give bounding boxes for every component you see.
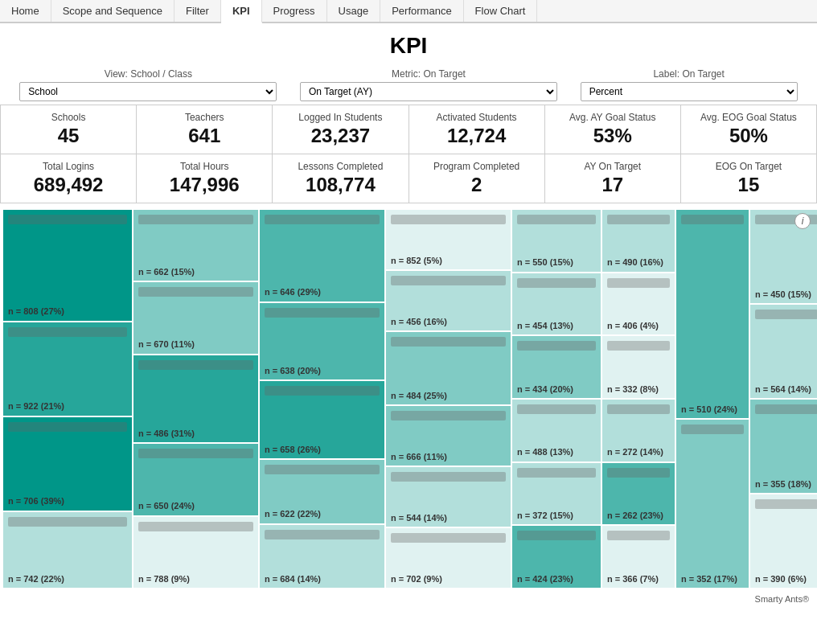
cell-bar bbox=[517, 531, 596, 540]
treemap-col-1: n = 662 (15%)n = 670 (11%)n = 486 (31%)n… bbox=[133, 210, 258, 588]
treemap-cell: n = 638 (20%) bbox=[260, 303, 384, 380]
treemap-wrapper: i n = 808 (27%)n = 922 (21%)n = 706 (39%… bbox=[3, 210, 814, 588]
cell-label: n = 486 (31%) bbox=[138, 428, 253, 439]
info-icon[interactable]: i bbox=[794, 213, 811, 229]
nav-kpi[interactable]: KPI bbox=[221, 0, 262, 23]
stat-card-7: Total Hours147,996 bbox=[137, 154, 273, 203]
stat-card-6: Total Logins689,492 bbox=[1, 154, 137, 203]
cell-bar bbox=[8, 517, 127, 527]
nav-home[interactable]: Home bbox=[0, 0, 51, 22]
cell-label: n = 484 (25%) bbox=[391, 390, 506, 401]
treemap-col-2: n = 646 (29%)n = 638 (20%)n = 658 (26%)n… bbox=[260, 210, 384, 588]
nav-progress[interactable]: Progress bbox=[262, 0, 327, 22]
treemap-cell: n = 702 (9%) bbox=[386, 528, 511, 588]
cell-label: n = 352 (17%) bbox=[681, 573, 744, 585]
nav-flowchart[interactable]: Flow Chart bbox=[464, 0, 538, 22]
cell-bar bbox=[681, 215, 744, 224]
stat-card-5: Avg. EOG Goal Status50% bbox=[681, 105, 817, 154]
cell-label: n = 638 (20%) bbox=[265, 365, 380, 376]
cell-label: n = 450 (15%) bbox=[755, 289, 817, 300]
cell-label: n = 424 (23%) bbox=[517, 573, 596, 585]
cell-bar bbox=[391, 411, 506, 420]
cell-bar bbox=[391, 533, 506, 543]
nav-usage[interactable]: Usage bbox=[327, 0, 381, 22]
stat-card-2: Logged In Students23,237 bbox=[273, 105, 408, 154]
cell-label: n = 355 (18%) bbox=[755, 478, 817, 490]
cell-label: n = 742 (22%) bbox=[8, 573, 127, 585]
stat-card-1: Teachers641 bbox=[137, 105, 273, 154]
cell-bar bbox=[391, 215, 506, 224]
footer: Smarty Ants® bbox=[0, 591, 817, 609]
cell-bar bbox=[8, 422, 127, 432]
treemap: n = 808 (27%)n = 922 (21%)n = 706 (39%)n… bbox=[3, 210, 814, 588]
treemap-cell: n = 272 (14%) bbox=[602, 400, 675, 461]
treemap-cell: n = 544 (14%) bbox=[386, 467, 511, 527]
controls-row: View: School / Class School Metric: On T… bbox=[0, 65, 817, 105]
cell-label: n = 622 (22%) bbox=[265, 508, 380, 519]
cell-label: n = 662 (15%) bbox=[138, 266, 253, 277]
metric-group: Metric: On Target On Target (AY) bbox=[300, 68, 557, 101]
treemap-cell: n = 490 (16%) bbox=[602, 210, 675, 272]
stat-card-8: Lessons Completed108,774 bbox=[273, 154, 408, 203]
treemap-cell: n = 352 (17%) bbox=[676, 420, 749, 588]
cell-label: n = 262 (23%) bbox=[607, 510, 670, 521]
treemap-col-5: n = 490 (16%)n = 406 (4%)n = 332 (8%)n =… bbox=[602, 210, 675, 588]
treemap-cell: n = 406 (4%) bbox=[602, 273, 675, 335]
treemap-cell: n = 742 (22%) bbox=[3, 512, 132, 588]
cell-label: n = 332 (8%) bbox=[607, 384, 670, 395]
treemap-col-3: n = 852 (5%)n = 456 (16%)n = 484 (25%)n … bbox=[386, 210, 511, 588]
cell-bar bbox=[755, 499, 817, 509]
cell-bar bbox=[391, 276, 506, 285]
cell-label: n = 390 (6%) bbox=[755, 573, 817, 585]
treemap-cell: n = 808 (27%) bbox=[3, 210, 132, 321]
cell-bar bbox=[607, 531, 670, 540]
cell-bar bbox=[8, 215, 127, 224]
cell-label: n = 434 (20%) bbox=[517, 384, 596, 395]
treemap-col-7: n = 450 (15%)n = 564 (14%)n = 355 (18%)n… bbox=[750, 210, 817, 588]
treemap-cell: n = 662 (15%) bbox=[133, 210, 258, 281]
cell-bar bbox=[265, 386, 380, 396]
cell-bar bbox=[8, 327, 127, 337]
cell-bar bbox=[265, 530, 380, 539]
cell-bar bbox=[265, 465, 380, 474]
metric-dropdown[interactable]: On Target (AY) bbox=[300, 82, 557, 101]
treemap-cell: n = 262 (23%) bbox=[602, 463, 675, 525]
treemap-cell: n = 788 (9%) bbox=[133, 517, 258, 588]
cell-label: n = 366 (7%) bbox=[607, 573, 670, 585]
nav-scope[interactable]: Scope and Sequence bbox=[51, 0, 174, 22]
cell-label: n = 788 (9%) bbox=[138, 573, 253, 585]
nav-filter[interactable]: Filter bbox=[174, 0, 221, 22]
cell-label: n = 456 (16%) bbox=[391, 316, 506, 327]
stat-card-10: AY On Target17 bbox=[545, 154, 681, 203]
treemap-cell: n = 372 (15%) bbox=[512, 463, 601, 525]
treemap-cell: n = 434 (20%) bbox=[512, 336, 601, 398]
treemap-cell: n = 550 (15%) bbox=[512, 210, 601, 272]
treemap-cell: n = 622 (22%) bbox=[260, 460, 384, 523]
cell-label: n = 550 (15%) bbox=[517, 256, 596, 268]
label-dropdown[interactable]: Percent bbox=[581, 82, 798, 101]
nav-performance[interactable]: Performance bbox=[380, 0, 463, 22]
treemap-col-4: n = 550 (15%)n = 454 (13%)n = 434 (20%)n… bbox=[512, 210, 601, 588]
cell-label: n = 684 (14%) bbox=[265, 573, 380, 585]
treemap-cell: n = 456 (16%) bbox=[386, 271, 511, 330]
stat-card-4: Avg. AY Goal Status53% bbox=[545, 105, 681, 154]
school-dropdown[interactable]: School bbox=[19, 82, 277, 101]
cell-label: n = 658 (26%) bbox=[265, 444, 380, 455]
treemap-cell: n = 706 (39%) bbox=[3, 417, 132, 511]
stat-card-0: Schools45 bbox=[1, 105, 137, 154]
treemap-cell: n = 852 (5%) bbox=[386, 210, 511, 269]
page-title: KPI bbox=[0, 23, 817, 65]
treemap-cell: n = 684 (14%) bbox=[260, 525, 384, 588]
treemap-col-6: n = 510 (24%)n = 352 (17%) bbox=[676, 210, 749, 588]
stat-card-11: EOG On Target15 bbox=[681, 154, 817, 203]
cell-label: n = 808 (27%) bbox=[8, 306, 127, 317]
cell-bar bbox=[265, 308, 380, 318]
label-label: Label: On Target bbox=[653, 68, 725, 80]
cell-bar bbox=[607, 404, 670, 414]
cell-label: n = 372 (15%) bbox=[517, 510, 596, 521]
treemap-cell: n = 390 (6%) bbox=[750, 494, 817, 588]
treemap-cell: n = 488 (13%) bbox=[512, 400, 601, 461]
treemap-cell: n = 666 (11%) bbox=[386, 406, 511, 466]
cell-bar bbox=[517, 468, 596, 478]
cell-label: n = 564 (14%) bbox=[755, 384, 817, 395]
